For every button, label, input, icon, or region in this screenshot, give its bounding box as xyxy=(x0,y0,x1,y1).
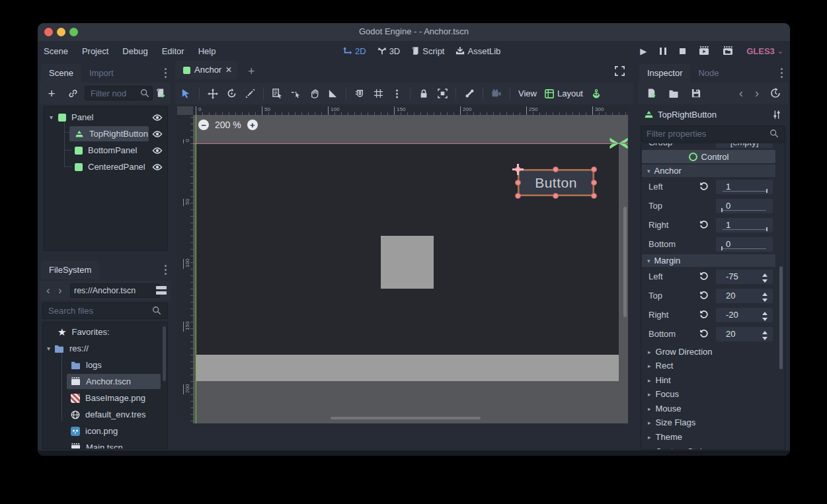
section-grow-direction[interactable]: Grow Direction xyxy=(642,345,775,359)
menu-debug[interactable]: Debug xyxy=(122,46,147,56)
mode-assetlib-button[interactable]: AssetLib xyxy=(455,46,500,56)
spinbox-arrows-icon[interactable] xyxy=(762,273,768,283)
menu-scene[interactable]: Scene xyxy=(44,46,68,56)
object-history-icon[interactable] xyxy=(769,87,782,100)
section-size-flags[interactable]: Size Flags xyxy=(642,415,775,429)
path-field[interactable] xyxy=(70,283,160,298)
play-button[interactable]: ▶ xyxy=(640,47,647,55)
snap-options-icon[interactable] xyxy=(389,86,405,102)
fs-row-icon-png[interactable]: icon.png xyxy=(43,423,167,439)
group-value-button[interactable]: [empty] xyxy=(716,143,773,148)
split-view-icon[interactable] xyxy=(156,285,167,295)
camera-override-icon[interactable] xyxy=(489,86,504,102)
layout-menu[interactable]: Layout xyxy=(545,89,583,98)
tree-row-toprightbutton[interactable]: TopRightButton xyxy=(44,126,167,142)
menu-help[interactable]: Help xyxy=(198,46,216,56)
inspector-scrollbar[interactable] xyxy=(779,266,783,369)
stop-button[interactable] xyxy=(680,48,686,54)
spinbox-arrows-icon[interactable] xyxy=(762,312,768,321)
zoom-level[interactable]: 200 % xyxy=(215,120,241,130)
history-forward-icon[interactable]: › xyxy=(750,87,764,100)
attach-script-button[interactable] xyxy=(153,87,167,100)
mode-script-button[interactable]: Script xyxy=(411,46,444,56)
canvas-vertical-scrollbar[interactable] xyxy=(623,207,627,317)
revert-icon[interactable] xyxy=(699,309,711,321)
resize-handle[interactable] xyxy=(553,193,559,199)
selected-button-node[interactable]: Button xyxy=(518,169,594,196)
anchor-gizmo-icon[interactable] xyxy=(607,131,628,155)
resize-handle[interactable] xyxy=(553,166,559,172)
save-button[interactable] xyxy=(689,87,703,100)
tree-row-bottompanel[interactable]: BottomPanel xyxy=(44,142,167,159)
anchor-mode-icon[interactable] xyxy=(588,86,604,102)
anchor-right-field[interactable]: 1 xyxy=(716,218,773,233)
smart-snap-icon[interactable] xyxy=(352,86,368,102)
visibility-eye-icon[interactable] xyxy=(152,162,163,172)
revert-icon[interactable] xyxy=(699,290,711,302)
section-rect[interactable]: Rect xyxy=(642,359,775,373)
resize-handle[interactable] xyxy=(591,193,597,199)
margin-right-field[interactable]: -20 xyxy=(716,308,773,322)
tab-inspector[interactable]: Inspector xyxy=(639,64,690,83)
group-object-icon[interactable] xyxy=(434,86,450,102)
zoom-out-button[interactable]: − xyxy=(198,120,209,130)
distraction-free-icon[interactable] xyxy=(615,66,625,77)
close-icon[interactable] xyxy=(225,61,231,80)
select-tool-button[interactable] xyxy=(178,86,194,102)
tab-node[interactable]: Node xyxy=(690,64,727,83)
view-menu[interactable]: View xyxy=(518,89,537,98)
pivot-tool-button[interactable] xyxy=(288,86,303,102)
menu-editor[interactable]: Editor xyxy=(162,46,184,56)
forward-icon[interactable]: › xyxy=(58,285,62,296)
visibility-eye-icon[interactable] xyxy=(152,145,163,156)
add-node-button[interactable] xyxy=(45,87,58,100)
fs-row-logs[interactable]: logs xyxy=(43,357,167,373)
object-properties-tools-icon[interactable] xyxy=(772,110,781,120)
skeleton-bone-icon[interactable] xyxy=(461,86,477,102)
tab-filesystem[interactable]: FileSystem xyxy=(41,261,99,279)
anchor-left-field[interactable]: 1 xyxy=(716,180,773,194)
visibility-eye-icon[interactable] xyxy=(152,112,163,123)
canvas-horizontal-scrollbar[interactable] xyxy=(331,417,481,419)
collapse-icon[interactable] xyxy=(47,345,50,352)
instance-scene-button[interactable] xyxy=(66,87,79,100)
resize-handle[interactable] xyxy=(515,193,521,199)
mode-2d-button[interactable]: 2D xyxy=(343,46,366,56)
menu-project[interactable]: Project xyxy=(82,46,108,56)
history-back-icon[interactable]: ‹ xyxy=(734,87,748,100)
section-focus[interactable]: Focus xyxy=(642,387,775,401)
margin-top-field[interactable]: 20 xyxy=(716,289,773,303)
ruler-tool-button[interactable] xyxy=(325,86,340,102)
new-scene-tab-button[interactable]: + xyxy=(248,65,255,79)
visibility-eye-icon[interactable] xyxy=(152,129,163,139)
load-resource-button[interactable] xyxy=(667,87,680,100)
fs-row-default-env[interactable]: default_env.tres xyxy=(43,406,167,423)
spinbox-arrows-icon[interactable] xyxy=(762,331,768,340)
mode-3d-button[interactable]: 3D xyxy=(377,46,401,56)
inspector-menu-icon[interactable] xyxy=(781,68,783,79)
search-files-input[interactable] xyxy=(42,303,168,319)
list-select-tool-button[interactable] xyxy=(269,86,285,102)
tree-row-panel[interactable]: Panel xyxy=(44,109,167,126)
section-mouse[interactable]: Mouse xyxy=(642,402,775,415)
2d-canvas[interactable]: Button xyxy=(193,115,628,423)
fs-row-main-tscn[interactable]: Main.tscn xyxy=(43,439,167,449)
tab-import[interactable]: Import xyxy=(81,64,122,83)
anchor-top-field[interactable]: 0 xyxy=(716,199,773,213)
margin-left-field[interactable]: -75 xyxy=(716,270,773,284)
class-header-control[interactable]: Control xyxy=(642,150,775,163)
section-hint[interactable]: Hint xyxy=(642,373,775,387)
resize-handle[interactable] xyxy=(591,180,597,186)
back-icon[interactable]: ‹ xyxy=(46,285,50,296)
revert-icon[interactable] xyxy=(699,328,711,340)
resize-handle[interactable] xyxy=(591,166,597,172)
section-margin[interactable]: Margin xyxy=(642,254,775,267)
title-bar[interactable]: Godot Engine - - Anchor.tscn xyxy=(38,23,790,41)
scene-dock-menu-icon[interactable] xyxy=(165,68,167,79)
filter-properties-input[interactable] xyxy=(641,126,785,142)
new-resource-button[interactable] xyxy=(645,87,658,100)
pan-tool-button[interactable] xyxy=(306,86,322,102)
revert-icon[interactable] xyxy=(699,181,711,193)
revert-icon[interactable] xyxy=(699,219,711,231)
filesystem-dock-menu-icon[interactable] xyxy=(165,265,167,275)
